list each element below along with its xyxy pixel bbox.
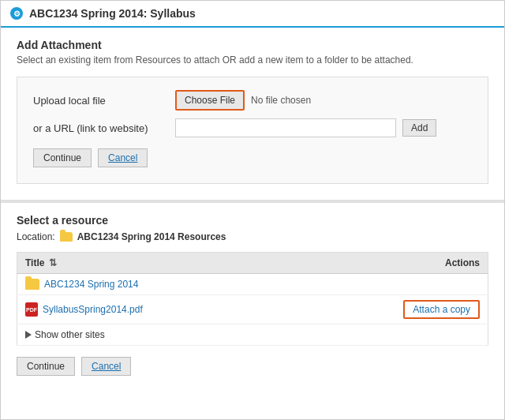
choose-file-button[interactable]: Choose File (175, 90, 245, 111)
location-path: ABC1234 Spring 2014 Resources (77, 231, 226, 242)
pdf-row-cell: PDF SyllabusSpring2014.pdf (17, 295, 296, 324)
upload-file-row: Upload local file Choose File No file ch… (33, 90, 472, 111)
attach-copy-button[interactable]: Attach a copy (403, 300, 480, 319)
url-input[interactable] (175, 118, 396, 137)
title-column-header: Title ⇅ (17, 253, 296, 274)
folder-row-cell: ABC1234 Spring 2014 (17, 274, 296, 295)
pdf-item-name: SyllabusSpring2014.pdf (43, 304, 143, 315)
table-row: PDF SyllabusSpring2014.pdf Attach a copy (17, 295, 488, 324)
pdf-item-icon: PDF (25, 302, 38, 317)
folder-item-link[interactable]: ABC1234 Spring 2014 (25, 279, 287, 290)
title-bar: ⚙ ABC1234 Spring 2014: Syllabus (1, 1, 504, 28)
upload-file-label: Upload local file (33, 95, 175, 107)
no-file-text: No file chosen (251, 95, 311, 106)
resource-table: Title ⇅ Actions ABC1234 Spring 2014 (17, 252, 488, 346)
resource-buttons: Continue Cancel (17, 357, 488, 376)
show-other-sites-label: Show other sites (35, 329, 105, 340)
main-window: ⚙ ABC1234 Spring 2014: Syllabus Add Atta… (0, 0, 505, 420)
folder-item-name: ABC1234 Spring 2014 (44, 279, 138, 290)
url-label: or a URL (link to website) (33, 122, 175, 134)
pdf-item-link[interactable]: PDF SyllabusSpring2014.pdf (25, 302, 287, 317)
show-other-sites-toggle[interactable]: Show other sites (25, 329, 480, 340)
location-row: Location: ABC1234 Spring 2014 Resources (17, 231, 488, 242)
upload-section: Add Attachment Select an existing item f… (1, 28, 504, 203)
location-folder-icon (60, 232, 73, 242)
select-resource-heading: Select a resource (17, 214, 488, 227)
table-header-row: Title ⇅ Actions (17, 253, 488, 274)
title-icon: ⚙ (10, 7, 23, 20)
title-sort-icon[interactable]: ⇅ (49, 257, 57, 268)
actions-column-header: Actions (295, 253, 488, 274)
file-input-group: Choose File No file chosen (175, 90, 311, 111)
add-attachment-desc: Select an existing item from Resources t… (17, 54, 488, 66)
upload-cancel-button[interactable]: Cancel (98, 148, 148, 167)
triangle-icon (25, 331, 32, 339)
upload-form: Upload local file Choose File No file ch… (17, 77, 488, 184)
table-row: ABC1234 Spring 2014 (17, 274, 488, 295)
upload-continue-button[interactable]: Continue (33, 148, 92, 167)
folder-row-actions (295, 274, 488, 295)
folder-item-icon (25, 279, 39, 290)
add-attachment-heading: Add Attachment (17, 39, 488, 51)
add-url-button[interactable]: Add (402, 119, 436, 137)
show-other-sites-cell: Show other sites (17, 324, 488, 346)
url-input-group: Add (175, 118, 436, 137)
resource-cancel-button[interactable]: Cancel (81, 357, 131, 376)
window-title: ABC1234 Spring 2014: Syllabus (29, 7, 196, 20)
location-label: Location: (17, 231, 55, 242)
resource-continue-button[interactable]: Continue (17, 357, 75, 376)
upload-form-buttons: Continue Cancel (33, 148, 472, 167)
pdf-row-actions: Attach a copy (295, 295, 488, 324)
resource-section: Select a resource Location: ABC1234 Spri… (1, 203, 504, 392)
show-other-sites-row: Show other sites (17, 324, 488, 346)
main-content: Add Attachment Select an existing item f… (1, 28, 504, 392)
url-row: or a URL (link to website) Add (33, 118, 472, 137)
